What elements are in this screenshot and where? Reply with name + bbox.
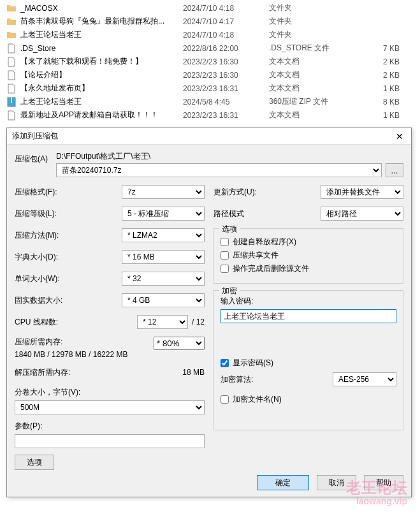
options-group: 选项 创建自释放程序(X) 压缩共享文件 操作完成后删除源文件 — [214, 228, 403, 284]
encrypt-group: 加密 输入密码: 显示密码(S) 加密算法:AES-256 加密文件名(N) — [214, 290, 403, 430]
file-date: 2022/8/16 22:00 — [183, 44, 269, 53]
file-type: 文本文档 — [269, 83, 365, 94]
close-icon[interactable]: ✕ — [393, 131, 406, 142]
file-date: 2023/2/23 16:31 — [183, 84, 269, 93]
mem-comp-value: 1840 MB / 12978 MB / 16222 MB — [15, 350, 205, 359]
file-name: 上老王论坛当老王 — [20, 29, 183, 40]
file-type: 文本文档 — [269, 110, 365, 121]
archive-name-select[interactable]: 苗条20240710.7z — [56, 163, 382, 177]
file-date: 2024/5/8 4:45 — [183, 98, 269, 106]
file-name: 【论坛介绍】 — [20, 69, 183, 80]
mem-decomp-label: 解压缩所需内存: — [15, 367, 182, 378]
file-name: 【来了就能下载和观看！纯免费！】 — [20, 56, 183, 67]
ok-button[interactable]: 确定 — [257, 475, 309, 490]
dialog-titlebar: 添加到压缩包 ✕ — [7, 128, 411, 145]
method-select[interactable]: * LZMA2 — [122, 228, 205, 242]
file-name: 上老王论坛当老王 — [20, 96, 183, 107]
file-type: 文本文档 — [269, 69, 365, 80]
pathmode-label: 路径模式 — [214, 208, 321, 219]
share-checkbox[interactable] — [221, 251, 229, 260]
file-name: 苗条丰满双母狗『兔兔』最新电报群私拍... — [20, 16, 183, 27]
encrypt-legend: 加密 — [219, 286, 240, 296]
file-date: 2023/2/23 16:30 — [183, 71, 269, 80]
file-size: 2 KB — [365, 57, 400, 66]
algo-label: 加密算法: — [221, 374, 333, 385]
file-row[interactable]: 【永久地址发布页】2023/2/23 16:31文本文档1 KB — [0, 82, 420, 95]
archive-path: D:\FFOutput\格式工厂\老王\ — [56, 151, 403, 162]
algo-select[interactable]: AES-256 — [333, 372, 396, 386]
file-row[interactable]: 上老王论坛当老王2024/5/8 4:45360压缩 ZIP 文件8 KB — [0, 95, 420, 108]
options-button[interactable]: 选项 — [15, 455, 54, 470]
help-button[interactable]: 帮助 — [364, 475, 403, 490]
share-checkbox-row[interactable]: 压缩共享文件 — [221, 250, 396, 261]
sfx-checkbox-row[interactable]: 创建自释放程序(X) — [221, 237, 396, 247]
encnames-checkbox[interactable] — [221, 395, 229, 404]
update-select[interactable]: 添加并替换文件 — [321, 185, 403, 199]
file-row[interactable]: 最新地址及APP请发邮箱自动获取！！！2023/2/23 16:31文本文档1 … — [0, 108, 420, 122]
solid-select[interactable]: * 4 GB — [122, 293, 205, 307]
dict-select[interactable]: * 16 MB — [122, 250, 205, 264]
dict-label: 字典大小(D): — [15, 252, 122, 263]
file-size: 1 KB — [365, 84, 400, 93]
split-select[interactable]: 500M — [15, 400, 205, 414]
file-type: 文件夹 — [269, 29, 365, 40]
param-label: 参数(P): — [15, 421, 205, 432]
file-name: 【永久地址发布页】 — [20, 83, 183, 94]
word-select[interactable]: * 32 — [122, 272, 205, 286]
password-input[interactable] — [221, 309, 396, 323]
update-label: 更新方式(U): — [214, 187, 321, 198]
file-type: 文件夹 — [269, 16, 365, 27]
file-size: 7 KB — [365, 44, 400, 53]
format-label: 压缩格式(F): — [15, 187, 122, 198]
svg-rect-1 — [11, 98, 12, 103]
method-label: 压缩方法(M): — [15, 230, 122, 241]
file-size: 1 KB — [365, 111, 400, 120]
pathmode-select[interactable]: 相对路径 — [321, 207, 403, 221]
showpwd-checkbox-row[interactable]: 显示密码(S) — [221, 358, 396, 369]
file-row[interactable]: 上老王论坛当老王2024/7/10 4:18文件夹 — [0, 28, 420, 41]
file-date: 2023/2/23 16:31 — [183, 111, 269, 120]
file-date: 2024/7/10 4:18 — [183, 31, 269, 40]
solid-label: 固实数据大小: — [15, 295, 122, 306]
file-date: 2024/7/10 4:18 — [183, 4, 269, 13]
pwd-label: 输入密码: — [221, 296, 396, 307]
file-type: 360压缩 ZIP 文件 — [269, 96, 365, 107]
cpu-total: / 12 — [192, 318, 205, 326]
cpu-select[interactable]: * 12 — [137, 315, 188, 329]
file-row[interactable]: .DS_Store2022/8/16 22:00.DS_STORE 文件7 KB — [0, 41, 420, 55]
file-type: 文本文档 — [269, 56, 365, 67]
level-label: 压缩等级(L): — [15, 208, 122, 219]
word-label: 单词大小(W): — [15, 274, 122, 284]
file-size: 2 KB — [365, 71, 400, 80]
file-row[interactable]: _MACOSX2024/7/10 4:18文件夹 — [0, 1, 420, 15]
mem-decomp-value: 18 MB — [182, 368, 205, 377]
encnames-checkbox-row[interactable]: 加密文件名(N) — [221, 394, 396, 405]
file-type: 文件夹 — [269, 3, 365, 13]
file-date: 2024/7/10 4:17 — [183, 17, 269, 26]
cancel-button[interactable]: 取消 — [317, 475, 356, 490]
file-name: _MACOSX — [20, 4, 183, 13]
sfx-checkbox[interactable] — [221, 238, 229, 246]
file-row[interactable]: 苗条丰满双母狗『兔兔』最新电报群私拍...2024/7/10 4:17文件夹 — [0, 15, 420, 28]
file-date: 2023/2/23 16:30 — [183, 57, 269, 66]
delete-checkbox[interactable] — [221, 265, 229, 273]
browse-button[interactable]: ... — [386, 163, 403, 177]
param-input[interactable] — [15, 434, 205, 448]
dialog-title: 添加到压缩包 — [12, 131, 393, 142]
delete-checkbox-row[interactable]: 操作完成后删除源文件 — [221, 263, 396, 274]
showpwd-checkbox[interactable] — [221, 359, 229, 367]
file-type: .DS_STORE 文件 — [269, 43, 365, 54]
mem-pct-select[interactable]: * 80% — [154, 337, 205, 350]
file-row[interactable]: 【来了就能下载和观看！纯免费！】2023/2/23 16:30文本文档2 KB — [0, 55, 420, 68]
file-row[interactable]: 【论坛介绍】2023/2/23 16:30文本文档2 KB — [0, 68, 420, 82]
file-name: .DS_Store — [20, 44, 183, 53]
archive-label: 压缩包(A) — [15, 151, 56, 164]
file-size: 8 KB — [365, 98, 400, 106]
cpu-label: CPU 线程数: — [15, 317, 137, 328]
add-to-archive-dialog: 添加到压缩包 ✕ 压缩包(A) D:\FFOutput\格式工厂\老王\ 苗条2… — [6, 128, 412, 497]
level-select[interactable]: 5 - 标准压缩 — [122, 207, 205, 221]
file-name: 最新地址及APP请发邮箱自动获取！！！ — [20, 110, 183, 121]
format-select[interactable]: 7z — [122, 185, 205, 199]
split-label: 分卷大小，字节(V): — [15, 387, 205, 398]
mem-comp-label: 压缩所需内存: — [15, 337, 154, 347]
